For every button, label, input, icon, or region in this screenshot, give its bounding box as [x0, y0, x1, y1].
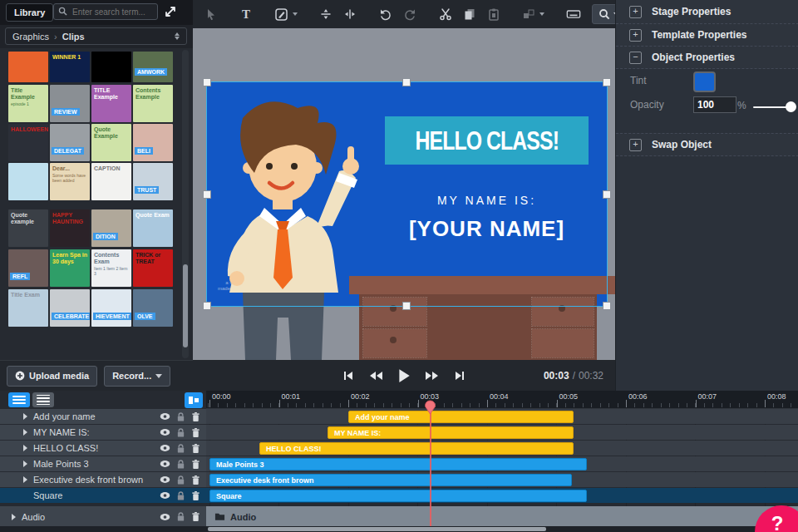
library-thumbnail[interactable]: REVIEW — [50, 85, 90, 122]
library-thumbnail[interactable]: HIEVEMENT — [91, 289, 131, 327]
scrollbar-thumb[interactable] — [208, 527, 546, 531]
playhead-marker[interactable] — [424, 400, 436, 414]
visibility-icon[interactable] — [160, 460, 170, 468]
library-thumbnail[interactable] — [91, 52, 131, 82]
library-button[interactable]: Library — [6, 3, 53, 22]
library-scrollbar[interactable] — [182, 50, 189, 358]
library-thumbnail[interactable]: Quote example — [8, 209, 48, 247]
skip-start-icon[interactable] — [342, 370, 354, 382]
skip-end-icon[interactable] — [454, 370, 466, 382]
audio-track-bar[interactable]: Audio — [206, 506, 798, 527]
delete-icon[interactable] — [191, 459, 200, 470]
lock-icon[interactable] — [176, 475, 185, 485]
selection-handle[interactable] — [402, 78, 411, 86]
opacity-slider-knob[interactable] — [786, 101, 796, 112]
track-list-view-button[interactable] — [8, 392, 30, 407]
plus-icon[interactable]: + — [629, 139, 642, 151]
track-row-hello-class-[interactable]: HELLO CLASS! — [0, 441, 206, 456]
library-thumbnail[interactable]: REFL — [8, 249, 48, 287]
library-thumbnail[interactable]: Title Exampleepisode 1 — [8, 85, 48, 122]
lock-icon[interactable] — [176, 459, 185, 470]
search-input[interactable] — [71, 7, 157, 17]
library-thumbnail[interactable]: OLVE — [133, 289, 173, 327]
expand-arrow-icon[interactable] — [12, 514, 16, 520]
library-thumbnail[interactable]: BELI — [133, 124, 173, 161]
visibility-icon[interactable] — [160, 428, 170, 436]
delete-icon[interactable] — [191, 511, 200, 522]
expand-panel-icon[interactable] — [163, 4, 180, 21]
copy-icon[interactable] — [463, 7, 476, 22]
arrange-icon[interactable] — [522, 7, 535, 22]
lock-icon[interactable] — [176, 411, 185, 422]
library-thumbnail[interactable]: CAPTION — [91, 163, 131, 200]
selection-handle[interactable] — [603, 78, 611, 86]
library-thumbnail[interactable]: Title Exam — [8, 289, 48, 327]
lock-icon[interactable] — [176, 427, 185, 438]
library-thumbnail[interactable]: Contents ExamItem 1 Item 2 Item 3 — [91, 249, 131, 287]
selection-handle[interactable] — [603, 190, 611, 199]
clip-bar-blue[interactable]: Square — [209, 490, 587, 502]
minus-icon[interactable]: − — [629, 52, 642, 64]
cursor-icon[interactable] — [204, 7, 218, 22]
track-row-executive-desk-front-brown[interactable]: Executive desk front brown — [0, 472, 206, 487]
timeline-horizontal-scrollbar[interactable] — [0, 526, 798, 532]
plus-icon[interactable]: + — [629, 29, 642, 42]
delete-icon[interactable] — [191, 443, 200, 454]
visibility-icon[interactable] — [160, 475, 170, 484]
breadcrumb[interactable]: Graphics › Clips — [5, 27, 187, 45]
playhead-line[interactable] — [430, 401, 431, 532]
delete-icon[interactable] — [191, 490, 200, 501]
play-icon[interactable] — [397, 368, 411, 383]
opacity-input[interactable] — [693, 96, 736, 113]
selection-handle[interactable] — [203, 78, 211, 86]
track-row-male-points-3[interactable]: Male Points 3 — [0, 456, 206, 471]
expand-arrow-icon[interactable] — [23, 413, 27, 420]
delete-icon[interactable] — [191, 411, 200, 422]
compact-list-view-button[interactable] — [32, 392, 54, 407]
library-thumbnail[interactable]: Quote Example — [91, 124, 131, 161]
lock-icon[interactable] — [176, 443, 185, 454]
breadcrumb-graphics[interactable]: Graphics — [12, 32, 49, 42]
expand-arrow-icon[interactable] — [23, 429, 27, 436]
library-thumbnail[interactable]: DELEGAT — [50, 124, 90, 161]
selection-handle[interactable] — [402, 302, 411, 310]
clip-bar-blue[interactable]: Executive desk front brown — [209, 474, 572, 486]
visibility-icon[interactable] — [160, 513, 170, 521]
delete-icon[interactable] — [191, 427, 200, 438]
library-thumbnail[interactable]: HAPPY HAUNTING — [50, 209, 90, 247]
library-thumbnail[interactable]: Dear...Some words have been added — [50, 163, 90, 200]
clip-bar-yellow[interactable]: Add your name — [348, 411, 574, 423]
paste-icon[interactable] — [487, 7, 500, 22]
undo-icon[interactable] — [378, 7, 392, 22]
clip-bar-blue[interactable]: Male Points 3 — [209, 458, 587, 470]
shape-tool-icon[interactable] — [274, 7, 288, 22]
timeline-ruler[interactable]: 00:0000:0100:0200:0300:0400:0500:0600:07… — [206, 391, 798, 409]
delete-icon[interactable] — [191, 475, 200, 485]
stage-canvas[interactable]: HELLO CLASS! MY NAME IS: [YOUR NAME] a s… — [193, 28, 615, 360]
track-row-add-your-name[interactable]: Add your name — [0, 409, 206, 424]
library-thumbnail[interactable]: Contents Example — [133, 85, 173, 122]
library-thumbnail[interactable]: CELEBRATE — [50, 289, 90, 327]
track-row-my-name-is-[interactable]: MY NAME IS: — [0, 425, 206, 440]
expand-arrow-icon[interactable] — [23, 476, 27, 483]
expand-arrow-icon[interactable] — [23, 461, 27, 467]
library-thumbnail[interactable]: TRUST — [133, 163, 173, 200]
library-thumbnail[interactable]: HALLOWEEN — [8, 124, 48, 161]
library-thumbnail[interactable]: TRICK or TREAT — [133, 249, 173, 287]
lock-icon[interactable] — [176, 490, 185, 501]
clip-bar-yellow[interactable]: MY NAME IS: — [328, 426, 574, 439]
tint-color-swatch[interactable] — [693, 71, 716, 92]
library-thumbnail[interactable]: WINNER 1 — [50, 52, 90, 82]
plus-icon[interactable]: + — [629, 6, 642, 18]
selection-handle[interactable] — [603, 302, 611, 310]
clip-bar-yellow[interactable]: HELLO CLASS! — [259, 442, 574, 455]
timeline-layout-button[interactable] — [185, 392, 203, 408]
library-thumbnail[interactable] — [8, 163, 48, 200]
rewind-icon[interactable] — [368, 370, 383, 382]
selection-handle[interactable] — [203, 190, 211, 199]
search-box[interactable] — [53, 3, 158, 20]
selection-handle[interactable] — [203, 302, 211, 310]
audio-track-row[interactable]: Audio — [0, 506, 206, 527]
library-scrollbar-thumb[interactable] — [183, 264, 188, 347]
lock-icon[interactable] — [176, 511, 185, 522]
